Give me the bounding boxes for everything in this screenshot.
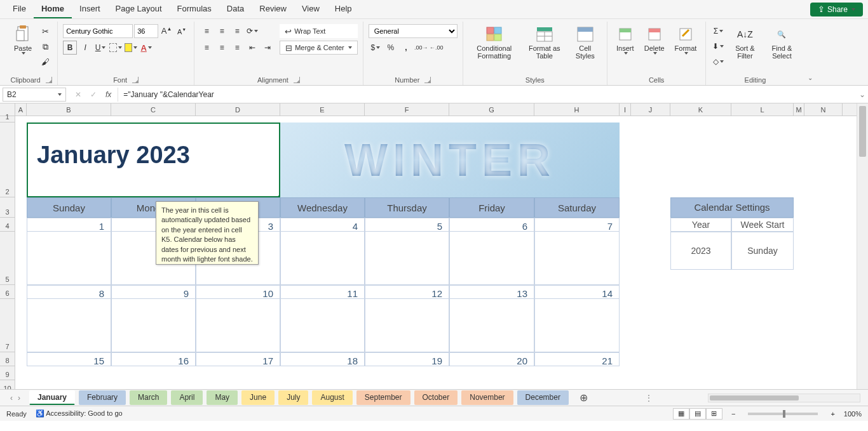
align-center-button[interactable]: ≡ bbox=[215, 41, 229, 55]
cal-date-cell[interactable]: 4 bbox=[280, 218, 365, 232]
sheet-tab-january[interactable]: January bbox=[29, 390, 75, 405]
cal-day-header-3[interactable]: Wednesday bbox=[280, 197, 365, 218]
cal-note-cell[interactable] bbox=[534, 299, 620, 352]
menu-insert[interactable]: Insert bbox=[72, 0, 108, 18]
collapse-ribbon-button[interactable]: ⌄ bbox=[804, 74, 817, 81]
horizontal-scrollbar[interactable] bbox=[708, 394, 860, 402]
number-format-select[interactable]: General bbox=[369, 24, 458, 38]
cal-date-cell[interactable]: 19 bbox=[365, 352, 449, 366]
align-top-button[interactable]: ≡ bbox=[200, 24, 214, 38]
format-painter-button[interactable]: 🖌 bbox=[38, 55, 52, 69]
clear-button[interactable]: ◇ bbox=[711, 55, 725, 69]
cell-month-title[interactable]: January 2023 bbox=[27, 123, 280, 197]
cal-date-cell[interactable]: 21 bbox=[534, 352, 620, 366]
sheet-tab-december[interactable]: December bbox=[517, 390, 569, 405]
formula-input[interactable]: ="January "&CalendarYear bbox=[118, 88, 857, 102]
autosum-button[interactable]: Σ bbox=[711, 24, 725, 38]
cal-day-header-4[interactable]: Thursday bbox=[365, 197, 449, 218]
insert-cells-button[interactable]: Insert bbox=[613, 24, 638, 56]
cal-date-cell[interactable]: 16 bbox=[111, 352, 196, 366]
col-header-A[interactable]: A bbox=[15, 103, 27, 116]
zoom-level[interactable]: 100% bbox=[844, 410, 862, 418]
align-right-button[interactable]: ≡ bbox=[230, 41, 244, 55]
align-middle-button[interactable]: ≡ bbox=[215, 24, 229, 38]
format-as-table-button[interactable]: Format as Table bbox=[523, 24, 566, 61]
paste-button[interactable]: Paste bbox=[10, 24, 36, 56]
sheet-tab-april[interactable]: April bbox=[171, 390, 203, 405]
decrease-decimal-button[interactable]: ←.00 bbox=[430, 41, 444, 55]
fill-button[interactable]: ⬇ bbox=[711, 39, 725, 53]
font-size-select[interactable] bbox=[134, 24, 158, 38]
clipboard-dialog-launcher[interactable] bbox=[46, 77, 52, 83]
next-sheet-button[interactable]: › bbox=[18, 394, 20, 402]
expand-formula-bar-button[interactable]: ⌄ bbox=[857, 90, 868, 99]
worksheet-grid[interactable]: ABCDEFGHIJKLMN 12345678910 January 2023W… bbox=[0, 103, 868, 389]
cal-day-header-5[interactable]: Friday bbox=[449, 197, 534, 218]
col-header-K[interactable]: K bbox=[670, 103, 731, 116]
delete-cells-button[interactable]: Delete bbox=[641, 24, 668, 56]
row-header-6[interactable]: 6 bbox=[0, 285, 15, 299]
zoom-in-button[interactable]: + bbox=[831, 410, 834, 418]
row-header-5[interactable]: 5 bbox=[0, 232, 15, 285]
row-header-4[interactable]: 4 bbox=[0, 218, 15, 232]
decrease-indent-button[interactable]: ⇤ bbox=[245, 41, 259, 55]
col-header-F[interactable]: F bbox=[365, 103, 449, 116]
cell-styles-button[interactable]: Cell Styles bbox=[569, 24, 602, 61]
settings-weekstart-value[interactable]: Sunday bbox=[731, 232, 794, 270]
cal-date-cell[interactable]: 6 bbox=[449, 218, 534, 232]
cal-date-cell[interactable]: 13 bbox=[449, 285, 534, 299]
menu-home[interactable]: Home bbox=[34, 0, 72, 18]
cal-date-cell[interactable]: 8 bbox=[27, 285, 111, 299]
sheet-tab-september[interactable]: September bbox=[356, 390, 410, 405]
zoom-out-button[interactable]: − bbox=[731, 410, 735, 418]
cal-note-cell[interactable] bbox=[111, 299, 196, 352]
vertical-scrollbar[interactable] bbox=[857, 103, 868, 389]
col-header-G[interactable]: G bbox=[449, 103, 534, 116]
menu-file[interactable]: File bbox=[5, 0, 34, 18]
menu-review[interactable]: Review bbox=[252, 0, 294, 18]
italic-button[interactable]: I bbox=[78, 41, 92, 55]
cancel-formula-button[interactable]: ✕ bbox=[71, 88, 85, 102]
cal-note-cell[interactable] bbox=[27, 299, 111, 352]
prev-sheet-button[interactable]: ‹ bbox=[10, 394, 13, 402]
cal-date-cell[interactable]: 1 bbox=[27, 218, 111, 232]
add-sheet-button[interactable]: ⊕ bbox=[578, 392, 590, 404]
find-select-button[interactable]: 🔍Find & Select bbox=[764, 24, 799, 61]
insert-function-button[interactable]: fx bbox=[102, 90, 115, 99]
borders-button[interactable] bbox=[109, 41, 123, 55]
zoom-slider[interactable] bbox=[748, 413, 818, 415]
sheet-tab-june[interactable]: June bbox=[241, 390, 275, 405]
menu-data[interactable]: Data bbox=[219, 0, 252, 18]
wrap-text-button[interactable]: ↩Wrap Text bbox=[280, 24, 358, 38]
col-header-D[interactable]: D bbox=[196, 103, 280, 116]
cal-date-cell[interactable]: 5 bbox=[365, 218, 449, 232]
cal-day-header-0[interactable]: Sunday bbox=[27, 197, 111, 218]
row-header-10[interactable]: 10 bbox=[0, 380, 15, 389]
cal-note-cell[interactable] bbox=[449, 232, 534, 285]
menu-view[interactable]: View bbox=[294, 0, 327, 18]
scrollbar-thumb[interactable] bbox=[859, 106, 866, 157]
page-break-view-button[interactable]: ⊞ bbox=[706, 408, 722, 420]
col-header-J[interactable]: J bbox=[631, 103, 670, 116]
col-header-E[interactable]: E bbox=[280, 103, 365, 116]
row-header-7[interactable]: 7 bbox=[0, 299, 15, 352]
cal-note-cell[interactable] bbox=[365, 232, 449, 285]
menu-help[interactable]: Help bbox=[327, 0, 360, 18]
col-header-C[interactable]: C bbox=[111, 103, 196, 116]
decrease-font-button[interactable]: A▼ bbox=[175, 24, 189, 38]
page-layout-view-button[interactable]: ▤ bbox=[689, 408, 706, 420]
tab-options-button[interactable]: ⋮ bbox=[645, 394, 653, 402]
row-header-2[interactable]: 2 bbox=[0, 123, 15, 197]
col-header-I[interactable]: I bbox=[620, 103, 631, 116]
align-left-button[interactable]: ≡ bbox=[200, 41, 214, 55]
normal-view-button[interactable]: ▦ bbox=[673, 408, 689, 420]
col-header-L[interactable]: L bbox=[731, 103, 794, 116]
cal-date-cell[interactable]: 17 bbox=[196, 352, 280, 366]
font-name-select[interactable] bbox=[63, 24, 133, 38]
cal-day-header-6[interactable]: Saturday bbox=[534, 197, 620, 218]
share-button[interactable]: ⇪ Share bbox=[810, 3, 863, 17]
menu-page-layout[interactable]: Page Layout bbox=[108, 0, 170, 18]
cal-date-cell[interactable]: 7 bbox=[534, 218, 620, 232]
col-header-M[interactable]: M bbox=[794, 103, 804, 116]
row-header-3[interactable]: 3 bbox=[0, 197, 15, 218]
